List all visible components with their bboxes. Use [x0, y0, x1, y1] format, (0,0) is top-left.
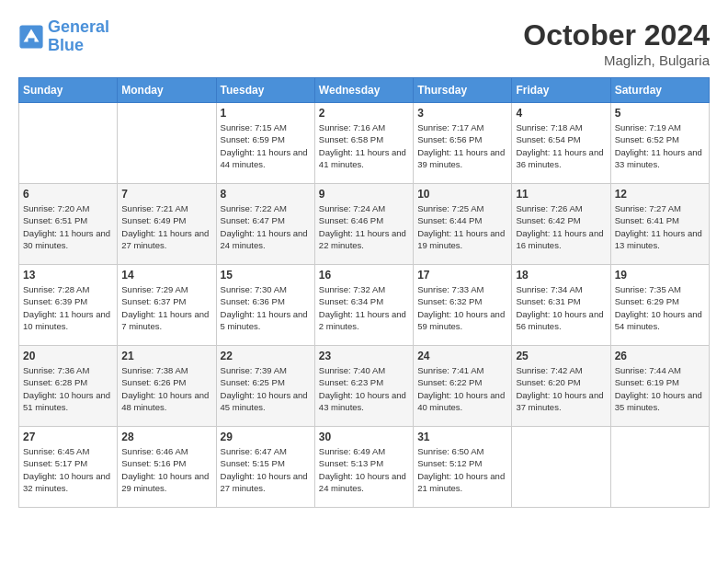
day-cell: 31Sunrise: 6:50 AMSunset: 5:12 PMDayligh… — [414, 427, 512, 508]
day-cell: 13Sunrise: 7:28 AMSunset: 6:39 PMDayligh… — [19, 265, 118, 346]
day-info: Sunrise: 7:21 AMSunset: 6:49 PMDaylight:… — [121, 202, 211, 251]
day-info: Sunrise: 7:40 AMSunset: 6:23 PMDaylight:… — [319, 364, 409, 413]
day-cell: 25Sunrise: 7:42 AMSunset: 6:20 PMDayligh… — [512, 346, 610, 427]
header-cell-sunday: Sunday — [19, 78, 118, 103]
day-info: Sunrise: 7:17 AMSunset: 6:56 PMDaylight:… — [417, 121, 507, 170]
day-number: 5 — [615, 107, 705, 120]
day-info: Sunrise: 7:29 AMSunset: 6:37 PMDaylight:… — [121, 283, 211, 332]
day-number: 11 — [516, 188, 606, 201]
day-number: 3 — [417, 107, 507, 120]
day-number: 2 — [319, 107, 409, 120]
day-info: Sunrise: 7:16 AMSunset: 6:58 PMDaylight:… — [319, 121, 409, 170]
day-number: 4 — [516, 107, 606, 120]
day-info: Sunrise: 7:15 AMSunset: 6:59 PMDaylight:… — [221, 121, 311, 170]
day-number: 28 — [121, 431, 211, 443]
day-cell: 9Sunrise: 7:24 AMSunset: 6:46 PMDaylight… — [314, 184, 413, 265]
day-info: Sunrise: 7:28 AMSunset: 6:39 PMDaylight:… — [23, 283, 113, 332]
header-cell-friday: Friday — [512, 78, 610, 103]
day-cell: 4Sunrise: 7:18 AMSunset: 6:54 PMDaylight… — [512, 103, 610, 184]
day-cell: 29Sunrise: 6:47 AMSunset: 5:15 PMDayligh… — [216, 427, 314, 508]
day-number: 20 — [23, 350, 113, 362]
day-cell: 20Sunrise: 7:36 AMSunset: 6:28 PMDayligh… — [19, 346, 118, 427]
day-cell: 6Sunrise: 7:20 AMSunset: 6:51 PMDaylight… — [19, 184, 118, 265]
day-cell: 3Sunrise: 7:17 AMSunset: 6:56 PMDaylight… — [414, 103, 512, 184]
week-row-4: 20Sunrise: 7:36 AMSunset: 6:28 PMDayligh… — [19, 346, 710, 427]
location: Maglizh, Bulgaria — [523, 52, 710, 68]
day-number: 17 — [417, 269, 507, 282]
day-number: 25 — [516, 350, 606, 362]
day-number: 27 — [23, 431, 113, 443]
day-cell — [118, 103, 216, 184]
day-cell: 12Sunrise: 7:27 AMSunset: 6:41 PMDayligh… — [610, 184, 709, 265]
day-cell: 10Sunrise: 7:25 AMSunset: 6:44 PMDayligh… — [414, 184, 512, 265]
day-number: 22 — [221, 350, 311, 362]
day-number: 12 — [615, 188, 705, 201]
day-info: Sunrise: 7:25 AMSunset: 6:44 PMDaylight:… — [417, 202, 507, 251]
day-info: Sunrise: 7:36 AMSunset: 6:28 PMDaylight:… — [23, 364, 113, 413]
day-info: Sunrise: 7:19 AMSunset: 6:52 PMDaylight:… — [615, 121, 705, 170]
day-number: 21 — [121, 350, 211, 362]
day-info: Sunrise: 6:47 AMSunset: 5:15 PMDaylight:… — [221, 445, 311, 494]
day-cell: 8Sunrise: 7:22 AMSunset: 6:47 PMDaylight… — [216, 184, 314, 265]
header-row: SundayMondayTuesdayWednesdayThursdayFrid… — [19, 78, 710, 103]
logo-line2: Blue — [48, 36, 84, 54]
day-number: 23 — [319, 350, 409, 362]
logo-line1: General — [48, 17, 109, 36]
day-number: 26 — [615, 350, 705, 362]
day-cell — [512, 427, 610, 508]
day-number: 14 — [121, 269, 211, 282]
day-cell — [19, 103, 118, 184]
day-number: 15 — [221, 269, 311, 282]
calendar-table: SundayMondayTuesdayWednesdayThursdayFrid… — [18, 77, 710, 508]
day-cell: 15Sunrise: 7:30 AMSunset: 6:36 PMDayligh… — [216, 265, 314, 346]
day-number: 1 — [221, 107, 311, 120]
day-cell: 19Sunrise: 7:35 AMSunset: 6:29 PMDayligh… — [610, 265, 709, 346]
title-block: October 2024 Maglizh, Bulgaria — [523, 18, 710, 68]
day-info: Sunrise: 7:38 AMSunset: 6:26 PMDaylight:… — [121, 364, 211, 413]
day-info: Sunrise: 7:35 AMSunset: 6:29 PMDaylight:… — [615, 283, 705, 332]
day-cell: 26Sunrise: 7:44 AMSunset: 6:19 PMDayligh… — [610, 346, 709, 427]
logo-icon — [18, 24, 44, 50]
day-cell — [610, 427, 709, 508]
day-cell: 28Sunrise: 6:46 AMSunset: 5:16 PMDayligh… — [118, 427, 216, 508]
day-cell: 23Sunrise: 7:40 AMSunset: 6:23 PMDayligh… — [314, 346, 413, 427]
day-info: Sunrise: 7:26 AMSunset: 6:42 PMDaylight:… — [516, 202, 606, 251]
header-cell-tuesday: Tuesday — [216, 78, 314, 103]
day-cell: 7Sunrise: 7:21 AMSunset: 6:49 PMDaylight… — [118, 184, 216, 265]
day-cell: 5Sunrise: 7:19 AMSunset: 6:52 PMDaylight… — [610, 103, 709, 184]
day-info: Sunrise: 7:34 AMSunset: 6:31 PMDaylight:… — [516, 283, 606, 332]
day-info: Sunrise: 7:20 AMSunset: 6:51 PMDaylight:… — [23, 202, 113, 251]
day-info: Sunrise: 6:49 AMSunset: 5:13 PMDaylight:… — [319, 445, 409, 494]
day-cell: 17Sunrise: 7:33 AMSunset: 6:32 PMDayligh… — [414, 265, 512, 346]
day-info: Sunrise: 7:30 AMSunset: 6:36 PMDaylight:… — [221, 283, 311, 332]
day-cell: 27Sunrise: 6:45 AMSunset: 5:17 PMDayligh… — [19, 427, 118, 508]
day-info: Sunrise: 7:27 AMSunset: 6:41 PMDaylight:… — [615, 202, 705, 251]
header-cell-thursday: Thursday — [414, 78, 512, 103]
day-number: 8 — [221, 188, 311, 201]
day-cell: 18Sunrise: 7:34 AMSunset: 6:31 PMDayligh… — [512, 265, 610, 346]
day-cell: 11Sunrise: 7:26 AMSunset: 6:42 PMDayligh… — [512, 184, 610, 265]
day-number: 7 — [121, 188, 211, 201]
day-number: 30 — [319, 431, 409, 443]
day-info: Sunrise: 7:42 AMSunset: 6:20 PMDaylight:… — [516, 364, 606, 413]
header-cell-monday: Monday — [118, 78, 216, 103]
day-info: Sunrise: 6:46 AMSunset: 5:16 PMDaylight:… — [121, 445, 211, 494]
day-cell: 21Sunrise: 7:38 AMSunset: 6:26 PMDayligh… — [118, 346, 216, 427]
month-title: October 2024 — [523, 18, 710, 52]
day-info: Sunrise: 7:39 AMSunset: 6:25 PMDaylight:… — [221, 364, 311, 413]
day-info: Sunrise: 6:50 AMSunset: 5:12 PMDaylight:… — [417, 445, 507, 494]
week-row-5: 27Sunrise: 6:45 AMSunset: 5:17 PMDayligh… — [19, 427, 710, 508]
day-info: Sunrise: 6:45 AMSunset: 5:17 PMDaylight:… — [23, 445, 113, 494]
day-number: 31 — [417, 431, 507, 443]
day-cell: 14Sunrise: 7:29 AMSunset: 6:37 PMDayligh… — [118, 265, 216, 346]
page-header: General Blue October 2024 Maglizh, Bulga… — [18, 18, 710, 68]
day-number: 13 — [23, 269, 113, 282]
day-cell: 1Sunrise: 7:15 AMSunset: 6:59 PMDaylight… — [216, 103, 314, 184]
logo: General Blue — [18, 18, 109, 55]
day-info: Sunrise: 7:33 AMSunset: 6:32 PMDaylight:… — [417, 283, 507, 332]
day-info: Sunrise: 7:24 AMSunset: 6:46 PMDaylight:… — [319, 202, 409, 251]
header-cell-saturday: Saturday — [610, 78, 709, 103]
svg-rect-2 — [28, 38, 35, 43]
day-info: Sunrise: 7:41 AMSunset: 6:22 PMDaylight:… — [417, 364, 507, 413]
day-cell: 24Sunrise: 7:41 AMSunset: 6:22 PMDayligh… — [414, 346, 512, 427]
